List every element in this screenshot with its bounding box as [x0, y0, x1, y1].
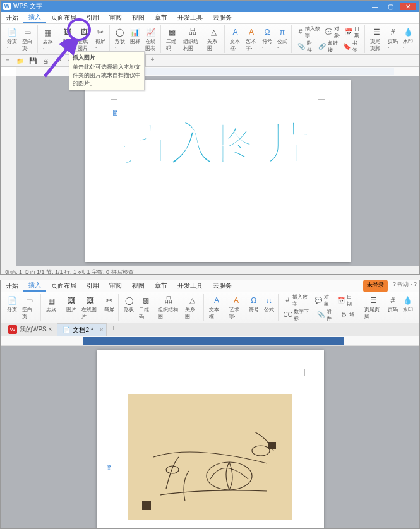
qat-menu-icon[interactable]: ≡	[3, 57, 12, 64]
ribbon-formula[interactable]: π 公式·	[276, 27, 289, 52]
ribbon-date[interactable]: 📅日期	[343, 25, 362, 39]
title-bar: W WPS 文字 — ▢ ✕	[1, 1, 419, 12]
menu-review[interactable]: 审阅	[104, 12, 127, 23]
menu-reference[interactable]: 引用	[81, 280, 104, 292]
document-tab-strip: W 我的WPS × 📄 文档2 * × +	[1, 323, 419, 336]
menu-layout[interactable]: 页面布局	[46, 12, 81, 23]
svg-rect-1	[128, 394, 292, 520]
menu-layout[interactable]: 页面布局	[46, 280, 81, 292]
ribbon-insert: 📄分页· ▭空白页· ▦表格· 🖼图片· 🖼在线图片 ✂截屏· ◯形状· ▩二维…	[1, 292, 419, 323]
ribbon-blank-page[interactable]: ▭ 空白页·	[21, 27, 35, 52]
ribbon-page-break[interactable]: 📄分页·	[6, 295, 18, 321]
hyperlink-icon: 🔗	[318, 43, 326, 51]
menu-insert[interactable]: 插入	[23, 280, 46, 292]
ribbon-online-chart[interactable]: 📈 在线图表	[144, 27, 158, 52]
wps-home-tab[interactable]: W 我的WPS ×	[3, 323, 57, 336]
ribbon-object[interactable]: 💬对象·	[323, 25, 343, 39]
ribbon-qrcode[interactable]: ▩二维码	[138, 295, 153, 321]
ribbon-shapes[interactable]: ◯形状·	[123, 295, 135, 321]
menu-start[interactable]: 开始	[1, 280, 23, 292]
help-label[interactable]: ? 帮助 · ?	[390, 280, 419, 292]
ribbon-online-picture[interactable]: 🖼在线图片	[80, 295, 100, 321]
ribbon-bookmark[interactable]: 🔖书签	[341, 40, 362, 54]
qat-open-icon[interactable]: 📁	[16, 57, 25, 64]
menu-bar: 开始 插入 页面布局 引用 审阅 视图 章节 开发工具 云服务 未登录 ? 帮助…	[1, 280, 419, 292]
menu-devtools[interactable]: 开发工具	[172, 280, 208, 292]
ribbon-wordart[interactable]: A 艺术字·	[244, 27, 258, 52]
shapes-icon: ◯	[115, 27, 125, 37]
maximize-button[interactable]: ▢	[385, 3, 395, 10]
app-icon: W	[3, 3, 11, 10]
tooltip-body: 单击此处可选择插入本地文件夹的图片或来自扫描仪中的图片。	[73, 63, 141, 88]
ribbon-field[interactable]: ⚙域	[338, 308, 356, 322]
ribbon-qrcode[interactable]: ▩ 二维码	[165, 27, 179, 52]
menu-cloud[interactable]: 云服务	[208, 12, 237, 23]
menu-devtools[interactable]: 开发工具	[172, 12, 208, 23]
ribbon-date[interactable]: 📅日期	[335, 294, 357, 307]
ribbon-screenshot[interactable]: ✂ 截屏·	[94, 27, 107, 52]
ribbon-formula[interactable]: π公式·	[263, 295, 275, 321]
menu-insert[interactable]: 插入	[23, 12, 46, 23]
insert-picture-tooltip: 插入图片 单击此处可选择插入本地文件夹的图片或来自扫描仪中的图片。	[69, 51, 145, 90]
ribbon-table[interactable]: ▦ 表格·	[42, 27, 54, 52]
minimize-button[interactable]: —	[370, 3, 380, 10]
ribbon-online-picture[interactable]: 🖼 在线图片	[76, 27, 92, 52]
ribbon-page-break[interactable]: 📄 分页·	[6, 27, 18, 52]
qat-print-icon[interactable]: 🖨	[41, 57, 50, 64]
ribbon-insert: 📄 分页· ▭ 空白页· ▦ 表格· 🖼 图片·	[1, 24, 419, 55]
ribbon-watermark[interactable]: 💧 水印·	[402, 27, 414, 52]
ribbon-insert-number[interactable]: #插入数字	[282, 294, 313, 307]
ribbon-attachment[interactable]: 📎附件	[315, 308, 338, 322]
login-button[interactable]: 未登录	[363, 280, 388, 292]
ribbon-org-chart[interactable]: 品 组织结构图	[182, 27, 204, 52]
ribbon-symbol[interactable]: Ω符号·	[248, 295, 260, 321]
ribbon-insert-picture[interactable]: 🖼 图片·	[61, 27, 74, 52]
ribbon-screenshot[interactable]: ✂截屏·	[103, 295, 116, 321]
qat-save-icon[interactable]: 💾	[28, 57, 37, 64]
ribbon-chart-icon[interactable]: 📊 图标	[129, 27, 141, 52]
document-canvas[interactable]: 🗎	[16, 76, 419, 266]
menu-view[interactable]: 视图	[127, 280, 150, 292]
menu-start[interactable]: 开始	[1, 12, 23, 23]
ribbon-subscript[interactable]: CC数字下标	[282, 308, 315, 322]
menu-cloud[interactable]: 云服务	[208, 280, 237, 292]
ribbon-textbox[interactable]: A文本框·	[208, 295, 225, 321]
close-button[interactable]: ✕	[400, 3, 416, 10]
document-tab[interactable]: 📄 文档2 * ×	[57, 323, 106, 336]
qrcode-icon: ▩	[167, 27, 177, 37]
ribbon-page-number[interactable]: #页码·	[387, 295, 399, 321]
svg-rect-5	[142, 501, 151, 510]
ribbon-shapes[interactable]: ◯ 形状·	[114, 27, 126, 52]
tab-close-icon[interactable]: ×	[100, 326, 104, 333]
ribbon-wordart[interactable]: A艺术字·	[228, 295, 245, 321]
subscript-icon: CC	[284, 311, 292, 319]
menu-section[interactable]: 章节	[150, 280, 172, 292]
ribbon-relation[interactable]: △关系图·	[184, 295, 201, 321]
ribbon-watermark[interactable]: 💧水印·	[402, 295, 414, 321]
ribbon-relation[interactable]: △ 关系图·	[206, 27, 221, 52]
ribbon-symbol[interactable]: Ω 符号·	[261, 27, 273, 52]
menu-review[interactable]: 审阅	[104, 280, 127, 292]
ribbon-textbox[interactable]: A 文本框·	[229, 27, 243, 52]
ribbon-hyperlink[interactable]: 🔗超链接	[316, 40, 342, 54]
menu-reference[interactable]: 引用	[81, 12, 104, 23]
document-canvas[interactable]: 🗎	[1, 346, 419, 529]
status-text: 页码: 1 页面 1/1 节: 1/1 行: 1 列: 1 字数: 0 拼写检查	[4, 268, 134, 275]
inserted-lotus-image[interactable]	[128, 394, 292, 520]
menu-section[interactable]: 章节	[150, 12, 172, 23]
menu-view[interactable]: 视图	[127, 12, 150, 23]
ribbon-insert-number[interactable]: #插入数字	[296, 25, 323, 39]
ribbon-insert-picture[interactable]: 🖼图片·	[65, 295, 78, 321]
new-tab-button[interactable]: +	[108, 323, 119, 336]
ribbon-object[interactable]: 💬对象·	[313, 294, 335, 307]
ribbon-page-number[interactable]: # 页码·	[387, 27, 399, 52]
ribbon-attachment[interactable]: 📎附件	[296, 40, 316, 54]
ribbon-header-footer[interactable]: ☰页尾页脚	[363, 295, 383, 321]
new-tab-button[interactable]: +	[147, 55, 159, 67]
ribbon-org-chart[interactable]: 品组织结构图	[157, 295, 181, 321]
ribbon-header-footer[interactable]: ☰ 页尾页脚	[369, 27, 384, 52]
page-number-icon: #	[388, 295, 398, 306]
qat-undo-icon[interactable]: ↶	[54, 57, 63, 64]
ribbon-table[interactable]: ▦表格·	[45, 295, 57, 320]
ribbon-blank-page[interactable]: ▭空白页·	[21, 295, 38, 321]
